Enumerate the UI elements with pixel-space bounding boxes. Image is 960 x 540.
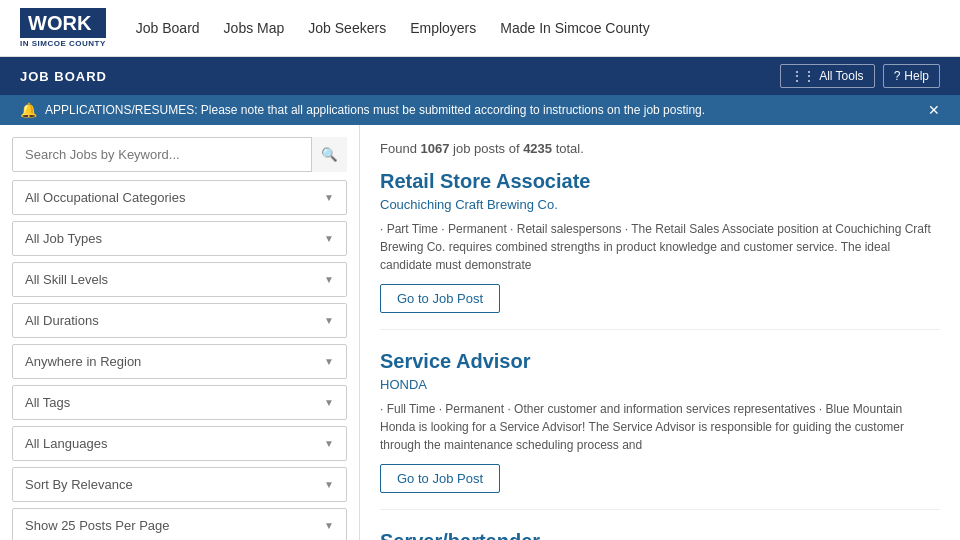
- job-tags: · Part Time · Permanent · Retail salespe…: [380, 220, 940, 274]
- sub-header-actions: ⋮⋮ All Tools ? Help: [780, 64, 940, 88]
- job-card: Server/bartender Settlers Ghost Golf Cou…: [380, 530, 940, 540]
- filter-sort[interactable]: Sort By Relevance ▼: [12, 467, 347, 502]
- filter-languages-label: All Languages: [25, 436, 107, 451]
- filter-skill-levels[interactable]: All Skill Levels ▼: [12, 262, 347, 297]
- sub-header: JOB BOARD ⋮⋮ All Tools ? Help: [0, 57, 960, 95]
- job-count: 1067: [420, 141, 449, 156]
- job-company: Couchiching Craft Brewing Co.: [380, 197, 940, 212]
- job-title: Server/bartender: [380, 530, 940, 540]
- magnifier-icon: 🔍: [321, 147, 338, 162]
- job-company: HONDA: [380, 377, 940, 392]
- search-icon-button[interactable]: 🔍: [311, 137, 347, 172]
- go-to-job-post-button[interactable]: Go to Job Post: [380, 284, 500, 313]
- filter-durations-label: All Durations: [25, 313, 99, 328]
- filter-job-types-label: All Job Types: [25, 231, 102, 246]
- alert-icon: 🔔: [20, 102, 37, 118]
- chevron-down-icon: ▼: [324, 520, 334, 531]
- nav-made-in-simcoe[interactable]: Made In Simcoe County: [500, 20, 649, 36]
- sub-header-title: JOB BOARD: [20, 69, 107, 84]
- chevron-down-icon: ▼: [324, 397, 334, 408]
- filter-region-label: Anywhere in Region: [25, 354, 141, 369]
- filter-categories-label: All Occupational Categories: [25, 190, 185, 205]
- job-card: Service Advisor HONDA · Full Time · Perm…: [380, 350, 940, 510]
- filter-per-page-label: Show 25 Posts Per Page: [25, 518, 170, 533]
- tools-icon: ⋮⋮: [791, 69, 815, 83]
- alert-bar: 🔔 APPLICATIONS/RESUMES: Please note that…: [0, 95, 960, 125]
- header: WORK IN SIMCOE COUNTY Job Board Jobs Map…: [0, 0, 960, 57]
- chevron-down-icon: ▼: [324, 274, 334, 285]
- filter-tags[interactable]: All Tags ▼: [12, 385, 347, 420]
- filter-tags-label: All Tags: [25, 395, 70, 410]
- chevron-down-icon: ▼: [324, 356, 334, 367]
- chevron-down-icon: ▼: [324, 479, 334, 490]
- filter-region[interactable]: Anywhere in Region ▼: [12, 344, 347, 379]
- filter-per-page[interactable]: Show 25 Posts Per Page ▼: [12, 508, 347, 540]
- nav-jobs-map[interactable]: Jobs Map: [224, 20, 285, 36]
- job-title: Service Advisor: [380, 350, 940, 373]
- nav-job-board[interactable]: Job Board: [136, 20, 200, 36]
- filter-categories[interactable]: All Occupational Categories ▼: [12, 180, 347, 215]
- sidebar: 🔍 All Occupational Categories ▼ All Job …: [0, 125, 360, 540]
- main-nav: Job Board Jobs Map Job Seekers Employers…: [136, 20, 650, 36]
- help-button[interactable]: ? Help: [883, 64, 940, 88]
- chevron-down-icon: ▼: [324, 315, 334, 326]
- job-listings: Found 1067 job posts of 4235 total. Reta…: [360, 125, 960, 540]
- go-to-job-post-button[interactable]: Go to Job Post: [380, 464, 500, 493]
- help-icon: ?: [894, 69, 901, 83]
- search-input-wrap: 🔍: [12, 137, 347, 172]
- chevron-down-icon: ▼: [324, 438, 334, 449]
- filter-languages[interactable]: All Languages ▼: [12, 426, 347, 461]
- job-tags: · Full Time · Permanent · Other customer…: [380, 400, 940, 454]
- results-summary: Found 1067 job posts of 4235 total.: [380, 141, 940, 156]
- filter-job-types[interactable]: All Job Types ▼: [12, 221, 347, 256]
- job-title: Retail Store Associate: [380, 170, 940, 193]
- nav-job-seekers[interactable]: Job Seekers: [308, 20, 386, 36]
- alert-message: APPLICATIONS/RESUMES: Please note that a…: [45, 103, 705, 117]
- all-tools-button[interactable]: ⋮⋮ All Tools: [780, 64, 874, 88]
- logo-main: WORK: [20, 8, 106, 38]
- chevron-down-icon: ▼: [324, 233, 334, 244]
- job-card: Retail Store Associate Couchiching Craft…: [380, 170, 940, 330]
- logo-area: WORK IN SIMCOE COUNTY: [20, 8, 106, 48]
- chevron-down-icon: ▼: [324, 192, 334, 203]
- filter-sort-label: Sort By Relevance: [25, 477, 133, 492]
- filter-skill-levels-label: All Skill Levels: [25, 272, 108, 287]
- total-count: 4235: [523, 141, 552, 156]
- logo-sub: IN SIMCOE COUNTY: [20, 39, 106, 48]
- nav-employers[interactable]: Employers: [410, 20, 476, 36]
- close-icon[interactable]: ✕: [928, 102, 940, 118]
- search-input[interactable]: [12, 137, 347, 172]
- main-content: 🔍 All Occupational Categories ▼ All Job …: [0, 125, 960, 540]
- filter-durations[interactable]: All Durations ▼: [12, 303, 347, 338]
